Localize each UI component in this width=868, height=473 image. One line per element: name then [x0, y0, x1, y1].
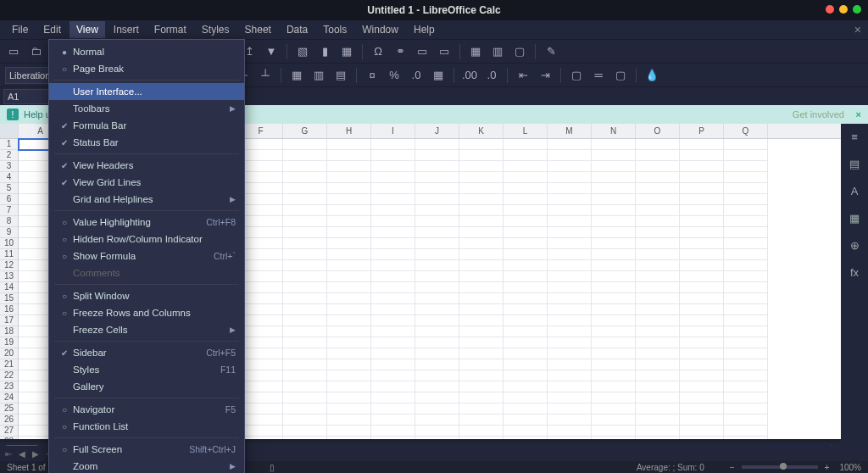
cell[interactable]: [680, 293, 724, 304]
summary[interactable]: Average: ; Sum: 0: [637, 463, 704, 472]
cell[interactable]: [680, 381, 724, 392]
cell[interactable]: [459, 282, 504, 293]
cell[interactable]: [327, 326, 371, 337]
cell[interactable]: [459, 271, 504, 282]
cell[interactable]: [636, 370, 680, 381]
cell[interactable]: [724, 172, 768, 183]
sidebar-settings-icon[interactable]: ≡: [847, 129, 862, 144]
cell[interactable]: [327, 249, 371, 260]
cell[interactable]: [283, 337, 327, 348]
cell[interactable]: [371, 403, 415, 415]
cell[interactable]: [283, 227, 327, 238]
menu-item-styles[interactable]: StylesF11: [49, 361, 244, 378]
cell[interactable]: [548, 260, 592, 271]
cell[interactable]: [327, 426, 371, 437]
cell[interactable]: [548, 426, 592, 437]
menu-item-freeze-cells[interactable]: Freeze Cells▶: [49, 321, 244, 338]
cell[interactable]: [371, 337, 415, 348]
cell[interactable]: [548, 293, 592, 304]
cell[interactable]: [327, 216, 371, 227]
column-header[interactable]: O: [636, 124, 680, 138]
cell[interactable]: [371, 271, 415, 282]
cell[interactable]: [548, 249, 592, 260]
menu-item-zoom[interactable]: Zoom▶: [49, 458, 244, 473]
cell[interactable]: [504, 205, 548, 216]
cell[interactable]: [592, 194, 636, 205]
cell[interactable]: [239, 282, 283, 293]
cell[interactable]: [459, 293, 504, 304]
cell[interactable]: [504, 194, 548, 205]
cell[interactable]: [680, 139, 724, 150]
cell[interactable]: [239, 304, 283, 315]
cell[interactable]: [592, 326, 636, 337]
menu-view[interactable]: View: [70, 21, 105, 38]
cell[interactable]: [415, 282, 459, 293]
cell[interactable]: [327, 238, 371, 249]
menu-item-grid-and-helplines[interactable]: Grid and Helplines▶: [49, 191, 244, 208]
cell[interactable]: [724, 216, 768, 227]
cell[interactable]: [283, 194, 327, 205]
cell[interactable]: [680, 150, 724, 161]
cell[interactable]: [636, 381, 680, 392]
cell[interactable]: [415, 315, 459, 326]
date-icon[interactable]: ▦: [430, 67, 447, 84]
menu-item-hidden-row-column-indicator[interactable]: ○Hidden Row/Column Indicator: [49, 231, 244, 248]
cell[interactable]: [548, 227, 592, 238]
cell[interactable]: [548, 437, 592, 439]
cell[interactable]: [239, 437, 283, 439]
add-decimal-icon[interactable]: .00: [461, 67, 478, 84]
cell[interactable]: [327, 403, 371, 415]
menu-item-function-list[interactable]: ○Function List: [49, 418, 244, 435]
cell[interactable]: [239, 238, 283, 249]
cell[interactable]: [283, 161, 327, 172]
menu-item-navigator[interactable]: ○NavigatorF5: [49, 401, 244, 418]
row-header[interactable]: 10: [0, 238, 18, 249]
cell[interactable]: [724, 381, 768, 392]
cell[interactable]: [548, 161, 592, 172]
cell[interactable]: [459, 194, 504, 205]
cell[interactable]: [636, 337, 680, 348]
cell[interactable]: [680, 392, 724, 403]
cell[interactable]: [283, 205, 327, 216]
cell[interactable]: [283, 415, 327, 426]
cell[interactable]: [239, 260, 283, 271]
cell[interactable]: [459, 359, 504, 370]
cell[interactable]: [504, 392, 548, 403]
menu-tools[interactable]: Tools: [316, 21, 353, 38]
row-header[interactable]: 20: [0, 348, 18, 359]
cell[interactable]: [724, 260, 768, 271]
cell[interactable]: [592, 370, 636, 381]
gallery-icon[interactable]: ▦: [847, 210, 862, 225]
zoom-slider[interactable]: [742, 465, 818, 469]
cell[interactable]: [504, 315, 548, 326]
cell[interactable]: [724, 238, 768, 249]
align-bottom-icon[interactable]: ┴: [257, 67, 274, 84]
cell[interactable]: [239, 161, 283, 172]
cell[interactable]: [680, 183, 724, 194]
cell[interactable]: [371, 392, 415, 403]
cell[interactable]: [592, 359, 636, 370]
cell[interactable]: [415, 359, 459, 370]
cell[interactable]: [724, 415, 768, 426]
row-header[interactable]: 12: [0, 260, 18, 271]
percent-icon[interactable]: %: [386, 67, 403, 84]
row-header[interactable]: 22: [0, 370, 18, 381]
cell[interactable]: [371, 326, 415, 337]
cell[interactable]: [592, 150, 636, 161]
row-header[interactable]: 24: [0, 392, 18, 403]
properties-icon[interactable]: ▤: [847, 156, 862, 171]
cell[interactable]: [371, 150, 415, 161]
next-sheet-icon[interactable]: ▶: [31, 449, 41, 459]
cell[interactable]: [371, 381, 415, 392]
cell[interactable]: [415, 249, 459, 260]
cell[interactable]: [680, 161, 724, 172]
row-header[interactable]: 26: [0, 415, 18, 426]
cell[interactable]: [680, 260, 724, 271]
cell[interactable]: [459, 161, 504, 172]
cell[interactable]: [504, 139, 548, 150]
cell[interactable]: [283, 403, 327, 415]
cell[interactable]: [239, 172, 283, 183]
cell[interactable]: [636, 293, 680, 304]
maximize-window-icon[interactable]: [853, 5, 861, 14]
cell[interactable]: [548, 326, 592, 337]
